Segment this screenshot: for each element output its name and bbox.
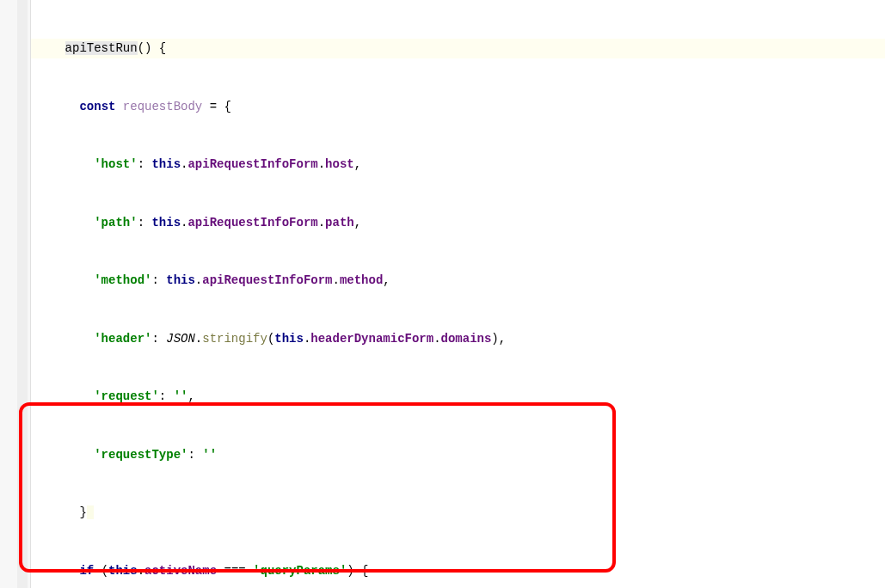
code-line[interactable]: 'method': this.apiRequestInfoForm.method…: [31, 271, 885, 291]
code-line[interactable]: const requestBody = {: [31, 97, 885, 117]
code-line[interactable]: 'header': JSON.stringify(this.headerDyna…: [31, 329, 885, 349]
code-line[interactable]: 'host': this.apiRequestInfoForm.host,: [31, 155, 885, 175]
cursor-position: apiTestRun: [65, 41, 138, 55]
code-line[interactable]: 'path': this.apiRequestInfoForm.path,: [31, 213, 885, 233]
code-line[interactable]: 'request': '',: [31, 387, 885, 407]
code-line[interactable]: }: [31, 503, 885, 523]
code-editor[interactable]: apiTestRun() { const requestBody = { 'ho…: [0, 0, 885, 588]
code-line[interactable]: if (this.activeName === 'queryParams') {: [31, 561, 885, 581]
code-line[interactable]: 'requestType': '': [31, 445, 885, 465]
editor-gutter: [0, 0, 31, 588]
code-line[interactable]: apiTestRun() {: [31, 39, 885, 58]
code-content-area[interactable]: apiTestRun() { const requestBody = { 'ho…: [31, 0, 885, 588]
